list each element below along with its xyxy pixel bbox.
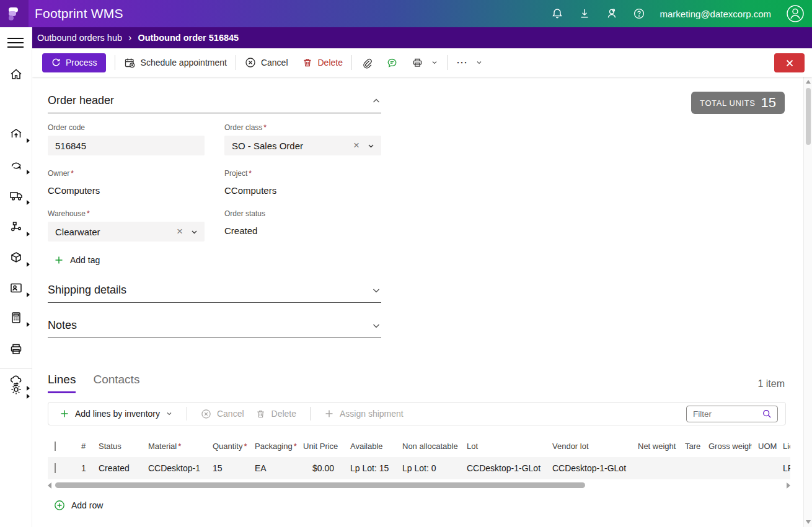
cell-packaging[interactable]: EA [249, 463, 297, 473]
sidebar-item-outbound[interactable] [9, 126, 25, 141]
cancel-circle-icon [245, 57, 256, 68]
support-agent-icon[interactable] [606, 7, 618, 20]
cell-lot[interactable]: CCDesktop-1-GLot [461, 463, 546, 473]
lines-cancel-button[interactable]: Cancel [201, 409, 244, 419]
section-order-header[interactable]: Order header [48, 94, 381, 113]
sidebar-item-returns[interactable] [9, 158, 25, 173]
column-header-non-allocatable[interactable]: Non allocatable [396, 442, 461, 451]
lines-delete-button[interactable]: Delete [255, 409, 296, 419]
comments-button[interactable] [386, 57, 398, 69]
column-header-lot[interactable]: Lot [461, 442, 546, 451]
cell-material[interactable]: CCDesktop-1 [142, 463, 206, 473]
chevron-down-icon[interactable] [190, 228, 198, 236]
breadcrumb-parent[interactable]: Outbound orders hub [37, 33, 122, 43]
close-button[interactable] [774, 53, 805, 72]
cell-num[interactable]: 1 [75, 463, 92, 473]
scroll-up-arrow-icon[interactable] [806, 80, 811, 84]
chevron-down-icon[interactable] [367, 142, 375, 150]
hamburger-menu-icon[interactable] [7, 35, 24, 51]
printer-icon [9, 342, 24, 357]
scroll-down-arrow-icon[interactable] [806, 520, 811, 524]
cell-non-allocatable[interactable]: Lp Lot: 0 [396, 463, 461, 473]
search-icon[interactable] [762, 409, 772, 419]
sidebar-item-shipping[interactable] [9, 188, 25, 203]
column-header-status[interactable]: Status [92, 442, 142, 451]
cell-available[interactable]: Lp Lot: 15 [344, 463, 396, 473]
column-header-uom[interactable]: UOM [752, 442, 777, 451]
attachments-button[interactable] [361, 57, 373, 69]
help-icon[interactable] [633, 7, 645, 20]
download-icon[interactable] [578, 7, 591, 20]
scroll-left-arrow-icon[interactable] [48, 482, 51, 489]
field-order-code: Order code [48, 123, 205, 155]
column-header-tare[interactable]: Tare [679, 442, 702, 451]
assign-shipment-button[interactable]: Assign shipment [324, 409, 404, 419]
cell-unit-price[interactable]: $0.00 [297, 463, 344, 473]
column-header-gross-weight[interactable]: Gross weight [702, 442, 752, 451]
horizontal-scrollbar-thumb[interactable] [55, 482, 585, 488]
sidebar-item-home[interactable] [9, 67, 25, 82]
column-header-packaging[interactable]: Packaging* [249, 442, 297, 451]
app-logo[interactable] [0, 0, 29, 27]
add-tag-button[interactable]: Add tag [54, 255, 100, 265]
notifications-bell-icon[interactable] [551, 7, 563, 20]
process-button[interactable]: Process [42, 53, 106, 72]
section-shipping-details[interactable]: Shipping details [48, 284, 381, 303]
required-asterisk: * [178, 442, 181, 451]
delete-button[interactable]: Delete [302, 57, 343, 68]
section-notes[interactable]: Notes [48, 319, 381, 338]
column-header-unit-price[interactable]: Unit Price [297, 442, 344, 451]
user-avatar-icon[interactable] [786, 4, 805, 23]
cell-vendor-lot[interactable]: CCDesktop-1-GLot [546, 463, 632, 473]
order-class-select[interactable]: SO - Sales Order × [224, 136, 381, 155]
project-value: CComputers [224, 181, 381, 196]
schedule-appointment-button[interactable]: Schedule appointment [124, 57, 227, 69]
table-row[interactable]: 1 Created CCDesktop-1 15 EA $0.00 Lp Lot… [48, 457, 790, 479]
more-commands-button[interactable]: ⋯ [456, 59, 483, 66]
print-button[interactable] [412, 57, 438, 69]
table-header-row: # Status Material* Quantity* Packaging* … [48, 435, 790, 457]
add-lines-by-inventory-button[interactable]: Add lines by inventory [60, 409, 173, 419]
horizontal-scrollbar[interactable] [48, 481, 790, 490]
warehouse-select[interactable]: Clearwater × [48, 222, 205, 242]
sidebar-item-settings[interactable] [9, 382, 25, 397]
select-all-checkbox[interactable] [55, 442, 56, 451]
column-header-num[interactable]: # [75, 442, 92, 451]
add-row-button[interactable]: Add row [54, 500, 103, 511]
cell-quantity[interactable]: 15 [206, 463, 249, 473]
column-header-quantity[interactable]: Quantity* [206, 442, 249, 451]
sidebar-item-workflows[interactable] [9, 220, 25, 235]
cancel-button[interactable]: Cancel [245, 57, 288, 68]
sidebar-item-printing[interactable] [9, 342, 25, 357]
column-header-license-plate[interactable]: License plate [777, 442, 790, 451]
column-header-available[interactable]: Available [344, 442, 396, 451]
chevron-down-icon[interactable] [371, 285, 381, 295]
chevron-up-icon[interactable] [371, 96, 381, 106]
clear-icon[interactable]: × [177, 225, 183, 238]
vertical-scrollbar-thumb[interactable] [806, 88, 811, 145]
cell-license-plate[interactable]: LP- [777, 463, 790, 473]
user-email[interactable]: marketing@datexcorp.com [660, 9, 771, 19]
sidebar-item-contacts[interactable] [9, 281, 25, 295]
tab-lines[interactable]: Lines [48, 373, 76, 393]
scroll-right-arrow-icon[interactable] [787, 482, 790, 489]
sidebar-item-billing[interactable] [9, 310, 25, 325]
tab-contacts[interactable]: Contacts [93, 373, 139, 393]
plus-icon [54, 255, 64, 265]
chevron-down-icon [165, 410, 173, 417]
row-checkbox[interactable] [55, 463, 56, 473]
sidebar-divider [0, 368, 32, 369]
field-label: Order status [224, 209, 381, 218]
order-code-input[interactable] [48, 136, 205, 155]
vertical-scrollbar[interactable] [803, 77, 812, 527]
chevron-right-icon: › [128, 32, 131, 43]
filter-input[interactable] [693, 409, 762, 419]
chevron-down-icon[interactable] [371, 321, 381, 331]
trash-icon [255, 409, 266, 419]
column-header-material[interactable]: Material* [142, 442, 206, 451]
sidebar-item-inventory[interactable] [9, 250, 25, 265]
column-header-vendor-lot[interactable]: Vendor lot [546, 442, 632, 451]
cell-status[interactable]: Created [92, 463, 142, 473]
column-header-net-weight[interactable]: Net weight [632, 442, 679, 451]
clear-icon[interactable]: × [353, 139, 360, 152]
